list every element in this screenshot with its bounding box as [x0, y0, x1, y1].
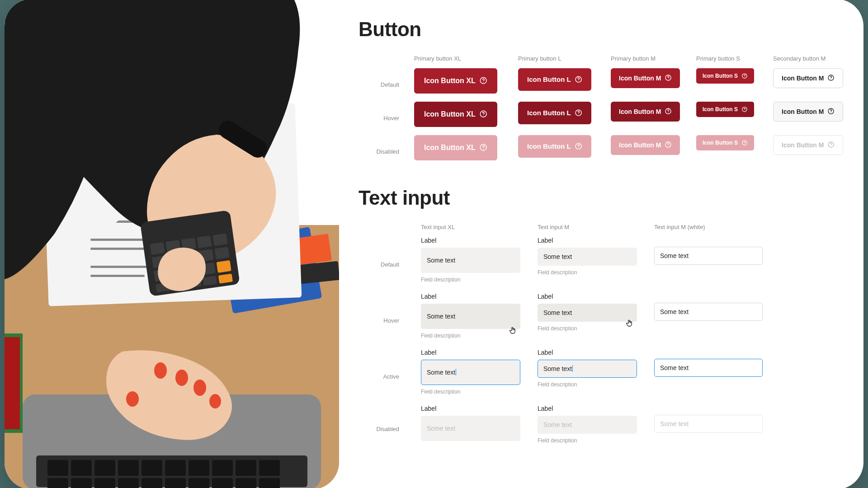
col-head-primary-s: Primary button S	[696, 55, 763, 68]
svg-point-60	[126, 391, 139, 407]
text-input-mw-active[interactable]: Some text	[654, 359, 763, 377]
field-label: Label	[538, 293, 553, 300]
primary-button-s-disabled: Icon Button S	[696, 135, 754, 150]
primary-button-s-default[interactable]: Icon Button S	[696, 68, 754, 84]
text-input-mw-hover[interactable]: Some text	[654, 303, 763, 321]
component-panel: Button Primary button XL Primary button …	[339, 0, 863, 488]
help-circle-icon	[741, 73, 748, 79]
primary-button-m-hover[interactable]: Icon Button M	[611, 102, 680, 122]
svg-rect-21	[165, 478, 186, 488]
svg-point-70	[744, 77, 745, 77]
svg-rect-19	[118, 478, 139, 488]
svg-rect-17	[71, 478, 92, 488]
input-value: Some text	[427, 369, 455, 376]
button-label: Icon Button S	[703, 140, 738, 146]
svg-rect-8	[94, 460, 115, 476]
field-description: Field description	[421, 389, 460, 395]
text-input-mw-disabled: Some text	[654, 415, 763, 433]
help-circle-icon	[575, 109, 582, 117]
col-head-secondary-m: Secondary button M	[773, 55, 848, 68]
primary-button-l-default[interactable]: Icon Button L	[518, 68, 591, 91]
svg-point-82	[831, 113, 831, 113]
svg-rect-24	[236, 478, 256, 488]
input-placeholder: Some text	[427, 425, 455, 432]
primary-button-m-disabled: Icon Button M	[611, 135, 680, 155]
input-placeholder: Some text	[543, 421, 572, 428]
help-circle-icon	[665, 74, 672, 81]
text-input-mw-default[interactable]: Some text	[654, 247, 763, 265]
help-circle-icon	[827, 141, 835, 148]
input-value: Some text	[427, 257, 455, 264]
primary-button-m-default[interactable]: Icon Button M	[611, 68, 680, 88]
svg-rect-34	[90, 275, 145, 277]
button-label: Icon Button L	[527, 109, 571, 117]
svg-rect-15	[259, 460, 280, 476]
svg-rect-13	[212, 460, 233, 476]
help-circle-icon	[827, 108, 835, 115]
button-label: Icon Button M	[782, 75, 824, 82]
row-label-disabled: Disabled	[359, 405, 404, 454]
input-grid: Text input XL Text input M Text input M …	[359, 224, 844, 454]
help-circle-icon	[575, 142, 582, 150]
col-head-input-xl: Text input XL	[421, 224, 520, 237]
svg-point-88	[668, 146, 669, 146]
text-input-m-default[interactable]: Some text	[538, 248, 637, 266]
svg-point-80	[744, 110, 745, 111]
svg-rect-20	[142, 478, 162, 488]
svg-rect-10	[142, 460, 162, 476]
primary-button-xl-hover[interactable]: Icon Button XL	[414, 102, 497, 127]
svg-rect-41	[212, 233, 227, 246]
secondary-button-m-disabled: Icon Button M	[773, 135, 843, 155]
help-circle-icon	[665, 141, 672, 148]
primary-button-xl-default[interactable]: Icon Button XL	[414, 68, 497, 94]
svg-point-64	[483, 82, 483, 83]
button-label: Icon Button XL	[424, 77, 476, 85]
help-circle-icon	[741, 140, 748, 146]
field-description: Field description	[538, 269, 577, 276]
primary-button-l-hover[interactable]: Icon Button L	[518, 102, 591, 124]
row-label-default: Default	[359, 237, 404, 293]
svg-rect-25	[259, 478, 280, 488]
text-input-m-active[interactable]: Some text	[538, 360, 637, 378]
field-description: Field description	[538, 325, 577, 332]
text-caret	[572, 365, 573, 372]
help-circle-icon	[479, 143, 487, 151]
button-label: Icon Button S	[703, 73, 738, 79]
row-label-default: Default	[359, 68, 404, 102]
pointer-cursor-icon	[509, 326, 516, 335]
help-circle-icon	[665, 108, 672, 115]
primary-button-l-disabled: Icon Button L	[518, 135, 591, 158]
text-input-xl-disabled: Some text	[421, 416, 520, 441]
secondary-button-m-default[interactable]: Icon Button M	[773, 68, 843, 88]
svg-rect-6	[47, 460, 68, 476]
field-description: Field description	[538, 381, 577, 388]
svg-rect-40	[197, 235, 212, 248]
secondary-button-m-hover[interactable]: Icon Button M	[773, 102, 843, 122]
button-label: Icon Button L	[527, 75, 571, 83]
svg-point-78	[668, 113, 669, 113]
field-label: Label	[421, 293, 436, 300]
section-title-button: Button	[359, 18, 844, 41]
button-grid: Primary button XL Primary button L Prima…	[359, 55, 844, 169]
field-description: Field description	[421, 277, 460, 283]
field-label: Label	[421, 349, 436, 356]
svg-point-90	[744, 144, 745, 144]
svg-rect-22	[189, 478, 209, 488]
field-label: Label	[421, 405, 436, 412]
text-input-xl-active[interactable]: Some text	[421, 360, 520, 385]
field-description: Field description	[538, 437, 577, 444]
text-input-xl-hover[interactable]: Some text	[421, 304, 520, 329]
svg-rect-11	[165, 460, 186, 476]
svg-point-68	[668, 79, 669, 80]
primary-button-s-hover[interactable]: Icon Button S	[696, 102, 754, 117]
help-circle-icon	[827, 74, 835, 81]
text-input-m-hover[interactable]: Some text	[538, 304, 637, 322]
input-placeholder: Some text	[660, 420, 689, 427]
input-value: Some text	[543, 309, 572, 316]
button-label: Icon Button M	[619, 141, 661, 149]
svg-point-58	[193, 380, 206, 396]
design-system-card: Button Primary button XL Primary button …	[5, 0, 863, 488]
text-input-xl-default[interactable]: Some text	[421, 248, 520, 273]
col-head-input-m: Text input M	[538, 224, 637, 237]
button-label: Icon Button M	[619, 75, 661, 82]
